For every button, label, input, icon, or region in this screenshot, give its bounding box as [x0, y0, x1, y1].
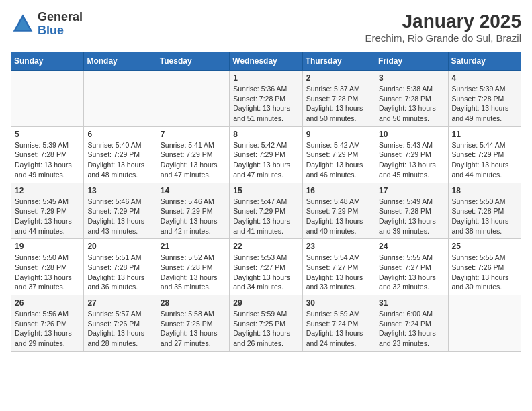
weekday-header: Friday: [375, 52, 448, 71]
day-info: Sunrise: 5:40 AMSunset: 7:29 PMDaylight:…: [87, 140, 152, 180]
calendar-cell: 2Sunrise: 5:37 AMSunset: 7:28 PMDaylight…: [302, 71, 375, 127]
calendar-cell: [448, 295, 521, 352]
day-info: Sunrise: 5:38 AMSunset: 7:28 PMDaylight:…: [379, 84, 444, 124]
calendar-title: January 2025: [365, 11, 521, 32]
day-number: 13: [87, 186, 152, 195]
day-number: 3: [379, 73, 444, 83]
calendar-cell: 26Sunrise: 5:56 AMSunset: 7:26 PMDayligh…: [11, 295, 84, 352]
calendar-cell: 10Sunrise: 5:43 AMSunset: 7:29 PMDayligh…: [375, 126, 448, 183]
calendar-cell: 1Sunrise: 5:36 AMSunset: 7:28 PMDaylight…: [230, 71, 302, 127]
day-info: Sunrise: 5:57 AMSunset: 7:26 PMDaylight:…: [87, 309, 152, 349]
logo-blue: Blue: [38, 24, 83, 38]
calendar-cell: 14Sunrise: 5:46 AMSunset: 7:29 PMDayligh…: [157, 183, 229, 239]
calendar-cell: 23Sunrise: 5:54 AMSunset: 7:27 PMDayligh…: [302, 239, 375, 295]
weekday-header: Wednesday: [230, 52, 302, 71]
day-info: Sunrise: 5:39 AMSunset: 7:28 PMDaylight:…: [15, 140, 80, 180]
day-number: 9: [306, 130, 371, 139]
calendar-table: SundayMondayTuesdayWednesdayThursdayFrid…: [11, 52, 521, 352]
calendar-cell: 6Sunrise: 5:40 AMSunset: 7:29 PMDaylight…: [84, 126, 157, 183]
day-number: 30: [306, 298, 371, 308]
day-info: Sunrise: 5:55 AMSunset: 7:27 PMDaylight:…: [379, 253, 444, 292]
calendar-week-row: 12Sunrise: 5:45 AMSunset: 7:29 PMDayligh…: [11, 183, 521, 239]
day-number: 31: [379, 298, 444, 308]
weekday-header: Sunday: [11, 52, 84, 71]
calendar-cell: 11Sunrise: 5:44 AMSunset: 7:29 PMDayligh…: [448, 126, 521, 183]
day-info: Sunrise: 5:39 AMSunset: 7:28 PMDaylight:…: [452, 84, 517, 124]
day-number: 29: [233, 298, 298, 308]
calendar-cell: 27Sunrise: 5:57 AMSunset: 7:26 PMDayligh…: [84, 295, 157, 352]
calendar-week-row: 5Sunrise: 5:39 AMSunset: 7:28 PMDaylight…: [11, 126, 521, 183]
weekday-header: Thursday: [302, 52, 375, 71]
day-info: Sunrise: 5:59 AMSunset: 7:25 PMDaylight:…: [233, 309, 298, 349]
day-number: 15: [233, 186, 298, 195]
day-number: 2: [306, 73, 371, 83]
day-number: 4: [452, 73, 517, 83]
calendar-cell: 25Sunrise: 5:55 AMSunset: 7:26 PMDayligh…: [448, 239, 521, 295]
calendar-cell: 4Sunrise: 5:39 AMSunset: 7:28 PMDaylight…: [448, 71, 521, 127]
calendar-cell: 19Sunrise: 5:50 AMSunset: 7:28 PMDayligh…: [11, 239, 84, 295]
day-info: Sunrise: 5:51 AMSunset: 7:28 PMDaylight:…: [87, 253, 152, 292]
day-number: 1: [233, 73, 298, 83]
day-info: Sunrise: 5:53 AMSunset: 7:27 PMDaylight:…: [233, 253, 298, 292]
calendar-week-row: 19Sunrise: 5:50 AMSunset: 7:28 PMDayligh…: [11, 239, 521, 295]
day-number: 11: [452, 130, 517, 139]
day-number: 27: [87, 298, 152, 308]
day-info: Sunrise: 5:54 AMSunset: 7:27 PMDaylight:…: [306, 253, 371, 292]
calendar-week-row: 26Sunrise: 5:56 AMSunset: 7:26 PMDayligh…: [11, 295, 521, 352]
day-info: Sunrise: 5:50 AMSunset: 7:28 PMDaylight:…: [15, 253, 80, 292]
weekday-header: Monday: [84, 52, 157, 71]
calendar-cell: 31Sunrise: 6:00 AMSunset: 7:24 PMDayligh…: [375, 295, 448, 352]
calendar-cell: 3Sunrise: 5:38 AMSunset: 7:28 PMDaylight…: [375, 71, 448, 127]
calendar-cell: 29Sunrise: 5:59 AMSunset: 7:25 PMDayligh…: [230, 295, 302, 352]
day-info: Sunrise: 5:49 AMSunset: 7:28 PMDaylight:…: [379, 197, 444, 236]
title-block: January 2025 Erechim, Rio Grande do Sul,…: [365, 11, 521, 44]
calendar-cell: 5Sunrise: 5:39 AMSunset: 7:28 PMDaylight…: [11, 126, 84, 183]
calendar-cell: 30Sunrise: 5:59 AMSunset: 7:24 PMDayligh…: [302, 295, 375, 352]
calendar-cell: [11, 71, 84, 127]
calendar-cell: 21Sunrise: 5:52 AMSunset: 7:28 PMDayligh…: [157, 239, 229, 295]
day-number: 8: [233, 130, 298, 139]
day-info: Sunrise: 5:44 AMSunset: 7:29 PMDaylight:…: [452, 140, 517, 180]
calendar-cell: 17Sunrise: 5:49 AMSunset: 7:28 PMDayligh…: [375, 183, 448, 239]
calendar-cell: 24Sunrise: 5:55 AMSunset: 7:27 PMDayligh…: [375, 239, 448, 295]
day-info: Sunrise: 6:00 AMSunset: 7:24 PMDaylight:…: [379, 309, 444, 349]
day-number: 5: [15, 130, 80, 139]
day-number: 22: [233, 242, 298, 251]
day-number: 6: [87, 130, 152, 139]
weekday-header: Saturday: [448, 52, 521, 71]
calendar-cell: 12Sunrise: 5:45 AMSunset: 7:29 PMDayligh…: [11, 183, 84, 239]
calendar-week-row: 1Sunrise: 5:36 AMSunset: 7:28 PMDaylight…: [11, 71, 521, 127]
day-info: Sunrise: 5:42 AMSunset: 7:29 PMDaylight:…: [306, 140, 371, 180]
logo: General Blue: [11, 11, 83, 38]
weekday-header: Tuesday: [157, 52, 229, 71]
day-info: Sunrise: 5:52 AMSunset: 7:28 PMDaylight:…: [161, 253, 226, 292]
day-number: 14: [161, 186, 226, 195]
day-info: Sunrise: 5:47 AMSunset: 7:29 PMDaylight:…: [233, 197, 298, 236]
day-number: 7: [161, 130, 226, 139]
day-info: Sunrise: 5:46 AMSunset: 7:29 PMDaylight:…: [161, 197, 226, 236]
day-info: Sunrise: 5:36 AMSunset: 7:28 PMDaylight:…: [233, 84, 298, 124]
day-number: 28: [161, 298, 226, 308]
calendar-subtitle: Erechim, Rio Grande do Sul, Brazil: [365, 32, 521, 44]
day-info: Sunrise: 5:56 AMSunset: 7:26 PMDaylight:…: [15, 309, 80, 349]
logo-text: General Blue: [38, 11, 83, 38]
day-info: Sunrise: 5:59 AMSunset: 7:24 PMDaylight:…: [306, 309, 371, 349]
day-info: Sunrise: 5:50 AMSunset: 7:28 PMDaylight:…: [452, 197, 517, 236]
day-number: 20: [87, 242, 152, 251]
calendar-cell: 22Sunrise: 5:53 AMSunset: 7:27 PMDayligh…: [230, 239, 302, 295]
calendar-cell: 16Sunrise: 5:48 AMSunset: 7:29 PMDayligh…: [302, 183, 375, 239]
day-number: 26: [15, 298, 80, 308]
calendar-cell: 28Sunrise: 5:58 AMSunset: 7:25 PMDayligh…: [157, 295, 229, 352]
day-info: Sunrise: 5:48 AMSunset: 7:29 PMDaylight:…: [306, 197, 371, 236]
day-info: Sunrise: 5:41 AMSunset: 7:29 PMDaylight:…: [161, 140, 226, 180]
calendar-cell: [157, 71, 229, 127]
day-number: 10: [379, 130, 444, 139]
day-number: 19: [15, 242, 80, 251]
calendar-cell: 13Sunrise: 5:46 AMSunset: 7:29 PMDayligh…: [84, 183, 157, 239]
calendar-cell: 18Sunrise: 5:50 AMSunset: 7:28 PMDayligh…: [448, 183, 521, 239]
day-number: 25: [452, 242, 517, 251]
day-number: 16: [306, 186, 371, 195]
day-info: Sunrise: 5:37 AMSunset: 7:28 PMDaylight:…: [306, 84, 371, 124]
calendar-cell: 9Sunrise: 5:42 AMSunset: 7:29 PMDaylight…: [302, 126, 375, 183]
day-info: Sunrise: 5:42 AMSunset: 7:29 PMDaylight:…: [233, 140, 298, 180]
